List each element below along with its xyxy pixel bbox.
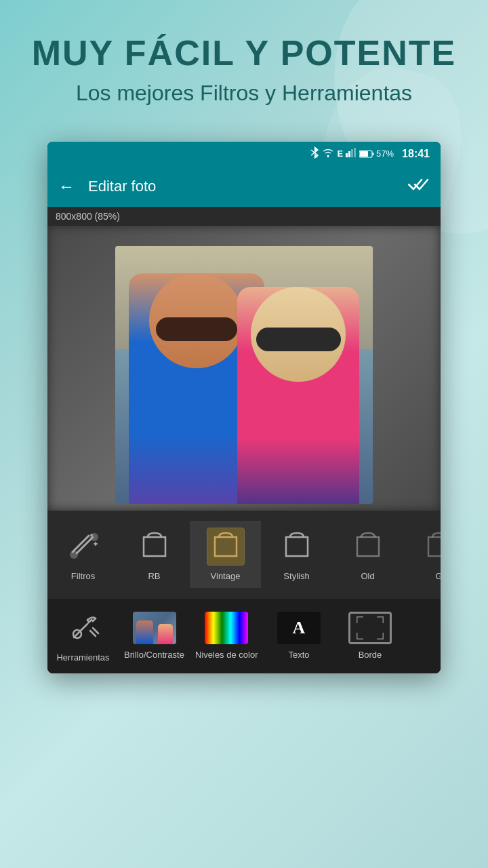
status-bar: E 57% 18:41 xyxy=(47,142,441,166)
promo-title: MUY FÁCIL Y POTENTE xyxy=(27,34,461,73)
svg-rect-3 xyxy=(346,153,348,157)
app-toolbar: ← Editar foto xyxy=(47,166,441,207)
network-icon: E xyxy=(337,149,343,159)
status-time: 18:41 xyxy=(402,148,430,160)
thumb-borde xyxy=(348,612,392,644)
filter-item-rb[interactable]: RB xyxy=(119,521,190,588)
svg-line-1 xyxy=(311,153,314,155)
filter-item-vintage[interactable]: Vintage xyxy=(190,521,261,588)
toolbar-title: Editar foto xyxy=(88,178,408,195)
photo-canvas[interactable] xyxy=(115,246,373,504)
filter-label-g: G xyxy=(435,571,441,581)
tool-label-texto: Texto xyxy=(288,650,309,660)
thumb-brillo xyxy=(133,612,176,644)
image-preview xyxy=(47,226,441,511)
battery-percent: 57% xyxy=(376,149,394,159)
back-button[interactable]: ← xyxy=(58,177,75,196)
filter-label-vintage: Vintage xyxy=(211,571,241,581)
svg-rect-4 xyxy=(348,151,350,157)
svg-rect-6 xyxy=(354,148,356,157)
thumb-texto: A xyxy=(277,612,321,644)
filter-bar: Filtros RB Vintage xyxy=(47,511,441,599)
tool-item-niveles[interactable]: Niveles de color xyxy=(190,605,264,667)
phone-frame: E 57% 18:41 xyxy=(47,142,441,673)
filter-label-rb: RB xyxy=(148,571,160,581)
filter-label-filtros: Filtros xyxy=(71,571,95,581)
signal-bars-icon xyxy=(346,148,357,159)
tool-item-borde[interactable]: Borde xyxy=(335,605,406,667)
thumb-niveles xyxy=(205,612,248,644)
filter-item-old[interactable]: Old xyxy=(332,521,403,588)
tool-label-herramientas: Herramientas xyxy=(56,652,109,663)
svg-line-0 xyxy=(311,150,314,153)
svg-rect-8 xyxy=(360,151,368,157)
promo-subtitle: Los mejores Filtros y Herramientas xyxy=(27,79,461,108)
svg-line-20 xyxy=(93,628,98,633)
svg-point-2 xyxy=(327,155,329,157)
filter-item-g[interactable]: G xyxy=(403,521,441,588)
bluetooth-icon xyxy=(310,146,319,161)
filter-item-filtros[interactable]: Filtros xyxy=(47,521,119,588)
filter-item-stylish[interactable]: Stylish xyxy=(261,521,332,588)
image-size-label: 800x800 (85%) xyxy=(47,207,441,226)
tool-label-niveles: Niveles de color xyxy=(195,650,258,660)
svg-line-19 xyxy=(90,631,96,636)
confirm-button[interactable] xyxy=(408,177,430,196)
battery-icon: 57% xyxy=(359,149,394,159)
wifi-icon xyxy=(322,148,334,159)
tool-item-brillo[interactable]: Brillo/Contraste xyxy=(119,605,190,667)
tools-bar: Herramientas Brillo/Contraste Niveles de… xyxy=(47,599,441,673)
svg-point-13 xyxy=(70,551,78,559)
filter-label-old: Old xyxy=(361,571,374,581)
tool-label-borde: Borde xyxy=(359,650,382,660)
svg-rect-9 xyxy=(373,153,374,155)
tool-item-herramientas[interactable]: Herramientas xyxy=(47,602,119,669)
svg-rect-5 xyxy=(351,149,353,157)
filter-label-stylish: Stylish xyxy=(283,571,309,581)
tool-item-texto[interactable]: A Texto xyxy=(264,605,335,667)
tool-label-brillo: Brillo/Contraste xyxy=(124,650,184,660)
